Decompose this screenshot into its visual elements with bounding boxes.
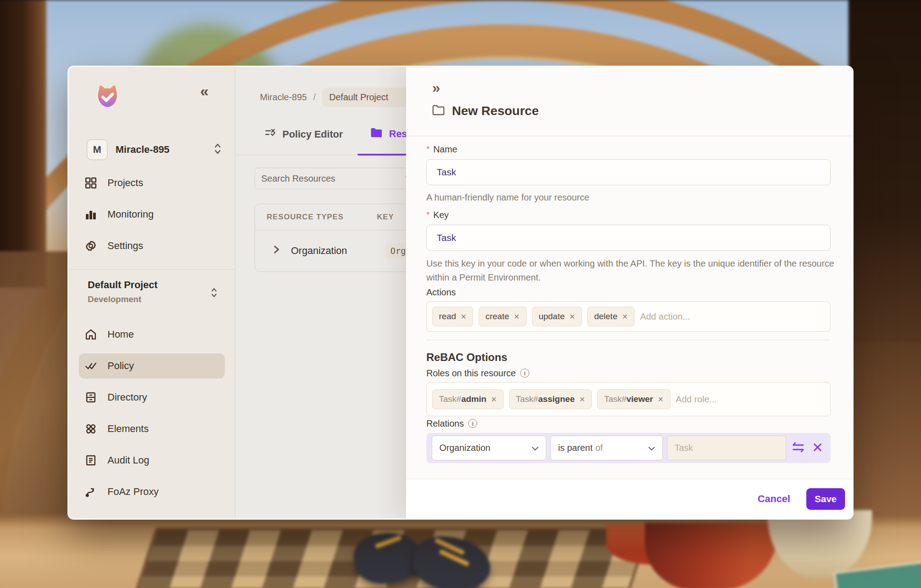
sidebar-item-foaz-proxy[interactable]: FoAz Proxy — [79, 479, 225, 504]
action-chip[interactable]: delete ✕ — [587, 307, 635, 326]
sidebar-item-policy[interactable]: Policy — [79, 353, 225, 379]
remove-icon[interactable]: ✕ — [622, 312, 628, 321]
key-label: * Key — [426, 209, 831, 221]
remove-icon[interactable]: ✕ — [514, 312, 519, 321]
relation-predicate-select[interactable]: is parent of — [550, 436, 663, 460]
collapse-sidebar-button[interactable]: « — [200, 82, 207, 100]
bar-chart-icon — [85, 209, 97, 220]
collapse-panel-button[interactable]: » — [432, 80, 831, 95]
app-window: « M Miracle-895 Projects Monitoring — [67, 66, 854, 520]
relation-target-input[interactable] — [667, 436, 786, 460]
workspace-avatar: M — [87, 139, 107, 160]
policy-editor-icon — [264, 127, 276, 142]
left-frame — [0, 0, 46, 288]
circles-icon — [85, 423, 97, 435]
sidebar-item-projects[interactable]: Projects — [79, 170, 225, 196]
remove-icon[interactable]: ✕ — [569, 312, 575, 321]
role-chip[interactable]: Task#viewer ✕ — [597, 389, 670, 409]
sidebar-item-label: Policy — [107, 360, 134, 372]
gear-icon — [85, 240, 97, 252]
add-action-input[interactable] — [640, 312, 825, 322]
cabinet-icon — [85, 392, 97, 403]
sidebar-item-label: FoAz Proxy — [107, 486, 159, 498]
permit-logo-icon — [94, 83, 121, 110]
sidebar-item-label: Audit Log — [107, 454, 149, 466]
column-key: KEY — [377, 213, 394, 222]
tab-policy-editor[interactable]: Policy Editor — [264, 127, 343, 142]
route-icon — [85, 486, 97, 498]
project-switcher[interactable]: Default Project Development — [88, 279, 221, 304]
folder-icon — [370, 127, 383, 141]
sidebar-item-audit-log[interactable]: Audit Log — [79, 448, 225, 473]
panel-title: New Resource — [452, 104, 539, 118]
roles-label: Roles on this resource i — [426, 367, 831, 379]
breadcrumb: Miracle-895 / Default Project — [260, 87, 414, 107]
role-chip[interactable]: Task#assignee ✕ — [509, 389, 592, 409]
sidebar-item-settings[interactable]: Settings — [79, 233, 225, 258]
sidebar-item-label: Monitoring — [107, 209, 154, 220]
right-shelf — [849, 0, 921, 360]
sidebar-item-label: Elements — [107, 423, 149, 435]
column-resource-types: RESOURCE TYPES — [255, 213, 377, 222]
tab-label: Res — [389, 128, 407, 140]
sidebar-divider — [69, 269, 235, 270]
remove-relation-icon[interactable] — [813, 442, 823, 454]
rebac-heading: ReBAC Options — [426, 351, 831, 364]
actions-label: Actions — [426, 286, 831, 298]
action-chip[interactable]: create ✕ — [478, 307, 526, 326]
sidebar-item-label: Settings — [107, 240, 143, 252]
breadcrumb-separator: / — [313, 92, 316, 102]
name-label: * Name — [426, 143, 831, 155]
double-check-icon — [85, 360, 97, 372]
section-divider — [426, 340, 831, 340]
home-icon — [85, 329, 97, 340]
action-chip[interactable]: update ✕ — [532, 307, 582, 326]
workspace-name: Miracle-895 — [116, 144, 170, 156]
tab-label: Policy Editor — [282, 129, 343, 140]
key-helper: Use this key in your code or when workin… — [426, 257, 840, 285]
name-helper: A human-friendly name for your resource — [426, 191, 831, 205]
remove-icon[interactable]: ✕ — [579, 395, 585, 404]
sidebar-item-monitoring[interactable]: Monitoring — [79, 202, 225, 227]
sidebar-item-elements[interactable]: Elements — [79, 416, 225, 441]
search-input[interactable] — [261, 174, 405, 184]
panel-footer: Cancel Save — [406, 479, 852, 518]
info-icon[interactable]: i — [468, 419, 477, 428]
swap-relation-icon[interactable] — [792, 441, 805, 455]
required-marker: * — [426, 144, 429, 154]
panel-header: » New Resource — [406, 67, 852, 136]
tab-resources[interactable]: Res — [370, 127, 407, 141]
relations-label: Relations i — [426, 418, 831, 429]
new-resource-panel: » New Resource * Name A human-friendly n… — [406, 67, 852, 518]
sidebar-item-directory[interactable]: Directory — [79, 385, 225, 410]
required-marker: * — [426, 210, 429, 220]
key-field[interactable] — [426, 225, 831, 251]
remove-icon[interactable]: ✕ — [491, 395, 497, 404]
name-field[interactable] — [426, 159, 831, 185]
resource-name: Organization — [291, 245, 347, 257]
breadcrumb-org[interactable]: Miracle-895 — [260, 92, 307, 102]
expand-row-icon[interactable] — [273, 245, 280, 257]
sidebar-item-label: Home — [107, 329, 134, 340]
project-environment: Development — [88, 294, 221, 304]
cancel-button[interactable]: Cancel — [758, 493, 790, 505]
chevron-down-icon — [648, 443, 655, 453]
document-icon — [85, 454, 97, 466]
relation-source-select[interactable]: Organization — [432, 436, 546, 460]
chevron-down-icon — [532, 443, 539, 453]
action-chip[interactable]: read ✕ — [432, 307, 473, 326]
actions-input-box: read ✕ create ✕ update ✕ delete ✕ — [426, 301, 831, 332]
breadcrumb-project[interactable]: Default Project — [322, 88, 414, 107]
chevron-updown-icon — [214, 143, 222, 156]
remove-icon[interactable]: ✕ — [657, 395, 663, 404]
workspace-switcher[interactable]: M Miracle-895 — [87, 139, 222, 160]
search-resources — [255, 168, 422, 189]
add-role-input[interactable] — [676, 394, 825, 405]
save-button[interactable]: Save — [806, 488, 845, 510]
info-icon[interactable]: i — [520, 369, 529, 378]
role-chip[interactable]: Task#admin ✕ — [432, 389, 504, 409]
relation-row: Organization is parent of — [426, 433, 831, 463]
remove-icon[interactable]: ✕ — [460, 312, 466, 321]
sidebar-item-home[interactable]: Home — [79, 322, 225, 347]
grid-icon — [85, 177, 97, 189]
